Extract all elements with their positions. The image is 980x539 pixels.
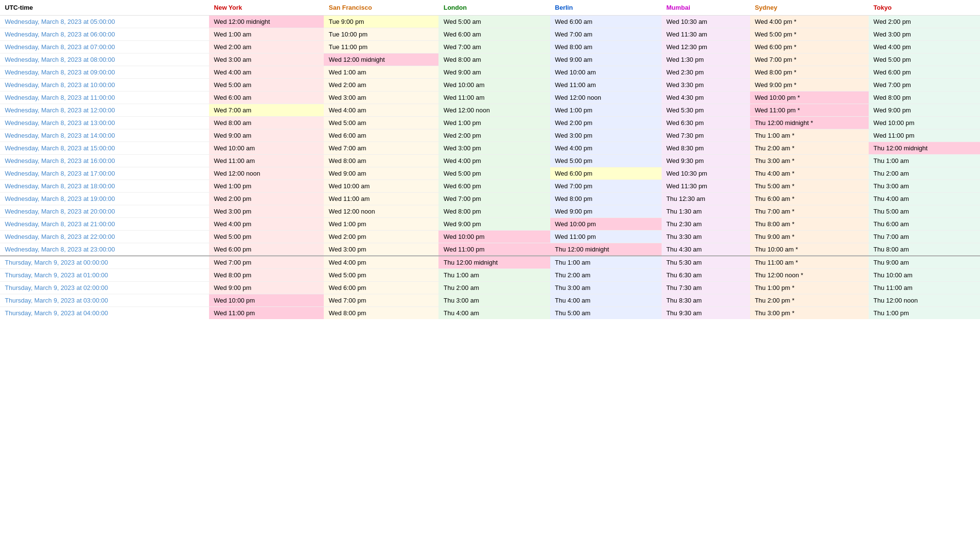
berlin-cell: Wed 11:00 pm [550, 231, 662, 243]
utc-link[interactable]: Wednesday, March 8, 2023 at 23:00:00 [5, 246, 115, 253]
utc-link[interactable]: Wednesday, March 8, 2023 at 22:00:00 [5, 233, 115, 240]
berlin-cell: Thu 5:00 am [550, 307, 662, 320]
table-row: Wednesday, March 8, 2023 at 10:00:00Wed … [0, 79, 980, 91]
utc-link[interactable]: Wednesday, March 8, 2023 at 16:00:00 [5, 157, 115, 164]
utc-cell[interactable]: Wednesday, March 8, 2023 at 12:00:00 [0, 104, 209, 117]
london-cell: Thu 2:00 am [438, 282, 550, 294]
utc-cell[interactable]: Wednesday, March 8, 2023 at 15:00:00 [0, 142, 209, 155]
berlin-cell: Wed 6:00 pm [550, 167, 662, 180]
london-cell: Wed 9:00 am [438, 66, 550, 79]
london-cell: Thu 4:00 am [438, 307, 550, 320]
utc-cell[interactable]: Wednesday, March 8, 2023 at 10:00:00 [0, 79, 209, 91]
utc-cell[interactable]: Thursday, March 9, 2023 at 01:00:00 [0, 269, 209, 282]
utc-cell[interactable]: Wednesday, March 8, 2023 at 17:00:00 [0, 167, 209, 180]
utc-cell[interactable]: Thursday, March 9, 2023 at 02:00:00 [0, 282, 209, 294]
utc-link[interactable]: Thursday, March 9, 2023 at 01:00:00 [5, 271, 108, 279]
sydney-cell: Thu 1:00 am * [750, 129, 869, 142]
berlin-cell: Wed 8:00 am [550, 41, 662, 54]
ny-cell: Wed 2:00 am [209, 41, 324, 54]
utc-cell[interactable]: Wednesday, March 8, 2023 at 05:00:00 [0, 16, 209, 28]
utc-link[interactable]: Wednesday, March 8, 2023 at 18:00:00 [5, 182, 115, 190]
sf-cell: Wed 2:00 am [324, 79, 438, 91]
utc-link[interactable]: Wednesday, March 8, 2023 at 19:00:00 [5, 195, 115, 202]
sf-cell: Wed 7:00 am [324, 142, 438, 155]
utc-link[interactable]: Wednesday, March 8, 2023 at 07:00:00 [5, 43, 115, 51]
tokyo-cell: Wed 9:00 pm [869, 104, 980, 117]
utc-link[interactable]: Wednesday, March 8, 2023 at 20:00:00 [5, 208, 115, 215]
mumbai-cell: Wed 10:30 am [662, 16, 750, 28]
utc-cell[interactable]: Wednesday, March 8, 2023 at 21:00:00 [0, 218, 209, 231]
berlin-cell: Wed 5:00 pm [550, 155, 662, 167]
sydney-cell: Thu 1:00 pm * [750, 282, 869, 294]
utc-link[interactable]: Wednesday, March 8, 2023 at 09:00:00 [5, 69, 115, 76]
utc-cell[interactable]: Wednesday, March 8, 2023 at 16:00:00 [0, 155, 209, 167]
utc-cell[interactable]: Wednesday, March 8, 2023 at 14:00:00 [0, 129, 209, 142]
utc-link[interactable]: Wednesday, March 8, 2023 at 21:00:00 [5, 220, 115, 228]
berlin-cell: Wed 2:00 pm [550, 117, 662, 129]
table-row: Thursday, March 9, 2023 at 03:00:00Wed 1… [0, 294, 980, 307]
berlin-cell: Wed 12:00 noon [550, 91, 662, 104]
utc-cell[interactable]: Wednesday, March 8, 2023 at 20:00:00 [0, 205, 209, 218]
mumbai-cell: Wed 6:30 pm [662, 117, 750, 129]
utc-link[interactable]: Wednesday, March 8, 2023 at 12:00:00 [5, 107, 115, 114]
sydney-cell: Wed 5:00 pm * [750, 28, 869, 41]
tokyo-cell: Wed 5:00 pm [869, 54, 980, 66]
ny-cell: Wed 9:00 pm [209, 282, 324, 294]
sf-cell: Wed 11:00 am [324, 193, 438, 205]
utc-link[interactable]: Thursday, March 9, 2023 at 00:00:00 [5, 259, 108, 266]
sydney-cell: Thu 5:00 am * [750, 180, 869, 193]
london-cell: Wed 11:00 am [438, 91, 550, 104]
tokyo-cell: Wed 10:00 pm [869, 117, 980, 129]
tokyo-cell: Wed 3:00 pm [869, 28, 980, 41]
sydney-cell: Wed 9:00 pm * [750, 79, 869, 91]
utc-link[interactable]: Thursday, March 9, 2023 at 04:00:00 [5, 309, 108, 317]
sydney-cell: Thu 2:00 am * [750, 142, 869, 155]
berlin-cell: Wed 9:00 am [550, 54, 662, 66]
utc-link[interactable]: Wednesday, March 8, 2023 at 15:00:00 [5, 144, 115, 152]
ny-cell: Wed 12:00 noon [209, 167, 324, 180]
utc-cell[interactable]: Thursday, March 9, 2023 at 03:00:00 [0, 294, 209, 307]
sydney-cell: Thu 3:00 pm * [750, 307, 869, 320]
london-cell: Wed 4:00 pm [438, 155, 550, 167]
tokyo-cell: Thu 1:00 am [869, 155, 980, 167]
utc-cell[interactable]: Wednesday, March 8, 2023 at 11:00:00 [0, 91, 209, 104]
utc-cell[interactable]: Wednesday, March 8, 2023 at 22:00:00 [0, 231, 209, 243]
tokyo-cell: Thu 1:00 pm [869, 307, 980, 320]
utc-link[interactable]: Wednesday, March 8, 2023 at 11:00:00 [5, 94, 115, 101]
utc-cell[interactable]: Thursday, March 9, 2023 at 00:00:00 [0, 256, 209, 269]
mumbai-cell: Thu 2:30 am [662, 218, 750, 231]
utc-link[interactable]: Wednesday, March 8, 2023 at 08:00:00 [5, 56, 115, 63]
sf-cell: Wed 1:00 am [324, 66, 438, 79]
utc-cell[interactable]: Wednesday, March 8, 2023 at 08:00:00 [0, 54, 209, 66]
utc-cell[interactable]: Wednesday, March 8, 2023 at 23:00:00 [0, 243, 209, 256]
sf-cell: Wed 4:00 pm [324, 256, 438, 269]
berlin-cell: Thu 2:00 am [550, 269, 662, 282]
utc-link[interactable]: Wednesday, March 8, 2023 at 05:00:00 [5, 18, 115, 25]
header-ny: New York [209, 0, 324, 16]
utc-link[interactable]: Wednesday, March 8, 2023 at 17:00:00 [5, 170, 115, 177]
utc-link[interactable]: Wednesday, March 8, 2023 at 13:00:00 [5, 119, 115, 126]
tokyo-cell: Thu 3:00 am [869, 180, 980, 193]
london-cell: Wed 1:00 pm [438, 117, 550, 129]
london-cell: Wed 5:00 pm [438, 167, 550, 180]
mumbai-cell: Wed 4:30 pm [662, 91, 750, 104]
tokyo-cell: Wed 8:00 pm [869, 91, 980, 104]
sf-cell: Tue 9:00 pm [324, 16, 438, 28]
mumbai-cell: Thu 9:30 am [662, 307, 750, 320]
utc-link[interactable]: Thursday, March 9, 2023 at 03:00:00 [5, 297, 108, 304]
utc-cell[interactable]: Thursday, March 9, 2023 at 04:00:00 [0, 307, 209, 320]
utc-link[interactable]: Wednesday, March 8, 2023 at 10:00:00 [5, 81, 115, 89]
sf-cell: Wed 9:00 am [324, 167, 438, 180]
utc-link[interactable]: Wednesday, March 8, 2023 at 14:00:00 [5, 132, 115, 139]
table-row: Wednesday, March 8, 2023 at 05:00:00Wed … [0, 16, 980, 28]
utc-cell[interactable]: Wednesday, March 8, 2023 at 18:00:00 [0, 180, 209, 193]
utc-cell[interactable]: Wednesday, March 8, 2023 at 19:00:00 [0, 193, 209, 205]
utc-cell[interactable]: Wednesday, March 8, 2023 at 09:00:00 [0, 66, 209, 79]
utc-link[interactable]: Thursday, March 9, 2023 at 02:00:00 [5, 284, 108, 291]
ny-cell: Wed 10:00 pm [209, 294, 324, 307]
tokyo-cell: Thu 11:00 am [869, 282, 980, 294]
utc-link[interactable]: Wednesday, March 8, 2023 at 06:00:00 [5, 31, 115, 38]
utc-cell[interactable]: Wednesday, March 8, 2023 at 06:00:00 [0, 28, 209, 41]
utc-cell[interactable]: Wednesday, March 8, 2023 at 13:00:00 [0, 117, 209, 129]
utc-cell[interactable]: Wednesday, March 8, 2023 at 07:00:00 [0, 41, 209, 54]
